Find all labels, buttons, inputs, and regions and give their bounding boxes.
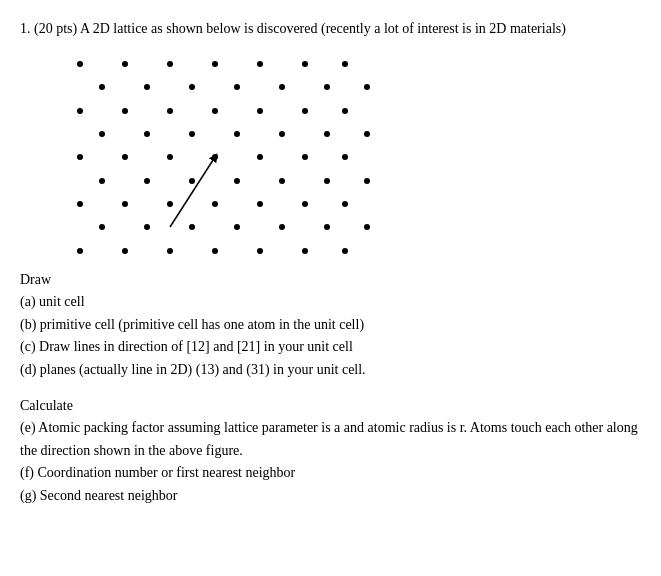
svg-point-50	[324, 84, 330, 90]
svg-point-29	[302, 154, 308, 160]
svg-point-25	[189, 178, 195, 184]
svg-point-34	[77, 154, 83, 160]
draw-item-a: (a) unit cell	[20, 291, 641, 313]
svg-point-5	[122, 248, 128, 254]
svg-point-38	[234, 131, 240, 137]
svg-point-41	[99, 131, 105, 137]
svg-point-14	[342, 201, 348, 207]
svg-line-63	[170, 157, 215, 227]
svg-point-47	[122, 108, 128, 114]
svg-point-52	[234, 84, 240, 90]
svg-point-60	[167, 61, 173, 67]
lattice-svg	[50, 49, 390, 264]
svg-point-49	[364, 84, 370, 90]
svg-point-54	[144, 84, 150, 90]
svg-point-32	[167, 154, 173, 160]
svg-point-27	[99, 178, 105, 184]
svg-point-46	[167, 108, 173, 114]
svg-point-45	[212, 108, 218, 114]
svg-point-42	[342, 108, 348, 114]
svg-point-33	[122, 154, 128, 160]
svg-point-53	[189, 84, 195, 90]
svg-point-56	[342, 61, 348, 67]
svg-point-48	[77, 108, 83, 114]
svg-point-7	[364, 224, 370, 230]
svg-point-12	[144, 224, 150, 230]
svg-point-3	[212, 248, 218, 254]
question-number: 1.	[20, 21, 31, 36]
calculate-section: Calculate (e) Atomic packing factor assu…	[20, 395, 641, 507]
draw-section: Draw (a) unit cell (b) primitive cell (p…	[20, 269, 641, 381]
svg-point-22	[324, 178, 330, 184]
calculate-item-e: (e) Atomic packing factor assuming latti…	[20, 417, 641, 462]
svg-point-6	[77, 248, 83, 254]
svg-point-43	[302, 108, 308, 114]
draw-title: Draw	[20, 269, 641, 291]
svg-point-37	[279, 131, 285, 137]
svg-point-44	[257, 108, 263, 114]
svg-point-0	[342, 248, 348, 254]
svg-point-26	[144, 178, 150, 184]
svg-point-39	[189, 131, 195, 137]
svg-point-36	[324, 131, 330, 137]
question-header: 1. (20 pts) A 2D lattice as shown below …	[20, 18, 641, 39]
svg-point-21	[364, 178, 370, 184]
svg-point-35	[364, 131, 370, 137]
svg-point-51	[279, 84, 285, 90]
svg-point-28	[342, 154, 348, 160]
svg-point-10	[234, 224, 240, 230]
svg-point-4	[167, 248, 173, 254]
svg-point-20	[77, 201, 83, 207]
svg-point-40	[144, 131, 150, 137]
svg-point-59	[212, 61, 218, 67]
svg-point-61	[122, 61, 128, 67]
svg-point-62	[77, 61, 83, 67]
svg-point-24	[234, 178, 240, 184]
svg-point-17	[212, 201, 218, 207]
question-text: A 2D lattice as shown below is discovere…	[80, 21, 566, 36]
svg-point-18	[167, 201, 173, 207]
svg-point-9	[279, 224, 285, 230]
question-container: 1. (20 pts) A 2D lattice as shown below …	[20, 18, 641, 507]
svg-point-30	[257, 154, 263, 160]
draw-item-b: (b) primitive cell (primitive cell has o…	[20, 314, 641, 336]
draw-item-d: (d) planes (actually line in 2D) (13) an…	[20, 359, 641, 381]
svg-point-23	[279, 178, 285, 184]
svg-point-57	[302, 61, 308, 67]
svg-point-16	[257, 201, 263, 207]
calculate-item-g: (g) Second nearest neighbor	[20, 485, 641, 507]
svg-point-55	[99, 84, 105, 90]
svg-point-13	[99, 224, 105, 230]
calculate-title: Calculate	[20, 395, 641, 417]
lattice-diagram	[50, 49, 390, 259]
svg-point-58	[257, 61, 263, 67]
svg-point-15	[302, 201, 308, 207]
svg-point-8	[324, 224, 330, 230]
calculate-item-f: (f) Coordination number or first nearest…	[20, 462, 641, 484]
question-points: (20 pts)	[34, 21, 77, 36]
svg-point-2	[257, 248, 263, 254]
svg-point-1	[302, 248, 308, 254]
svg-point-11	[189, 224, 195, 230]
draw-item-c: (c) Draw lines in direction of [12] and …	[20, 336, 641, 358]
svg-point-19	[122, 201, 128, 207]
